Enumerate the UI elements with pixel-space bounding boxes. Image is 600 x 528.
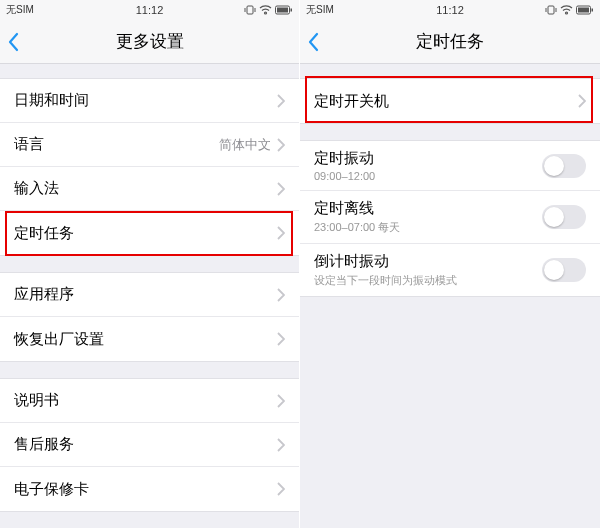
row-apps[interactable]: 应用程序	[0, 273, 299, 317]
row-label: 电子保修卡	[14, 480, 89, 499]
row-ime[interactable]: 输入法	[0, 167, 299, 211]
settings-list[interactable]: 日期和时间 语言 简体中文 输入法 定时任务 应用程序	[0, 64, 299, 528]
back-button[interactable]	[6, 20, 20, 63]
row-scheduled-vibrate[interactable]: 定时振动 09:00–12:00	[300, 141, 600, 191]
toggle-countdown[interactable]	[542, 258, 586, 282]
chevron-right-icon	[277, 438, 285, 452]
screen-scheduled-tasks: 无SIM 11:12 定时任务 定时开关机	[300, 0, 600, 528]
row-language[interactable]: 语言 简体中文	[0, 123, 299, 167]
chevron-right-icon	[277, 288, 285, 302]
row-countdown-vibrate[interactable]: 倒计时振动 设定当下一段时间为振动模式	[300, 244, 600, 296]
chevron-right-icon	[277, 482, 285, 496]
row-scheduled-offline[interactable]: 定时离线 23:00–07:00 每天	[300, 191, 600, 244]
row-label: 应用程序	[14, 285, 74, 304]
status-time: 11:12	[300, 4, 600, 16]
status-bar: 无SIM 11:12	[300, 0, 600, 20]
row-label: 日期和时间	[14, 91, 89, 110]
row-warranty[interactable]: 电子保修卡	[0, 467, 299, 511]
back-button[interactable]	[306, 20, 320, 63]
row-subtitle: 设定当下一段时间为振动模式	[314, 273, 457, 288]
status-bar: 无SIM 11:12	[0, 0, 299, 20]
chevron-right-icon	[277, 332, 285, 346]
row-label: 定时开关机	[314, 92, 389, 111]
status-time: 11:12	[0, 4, 299, 16]
row-aftersale[interactable]: 售后服务	[0, 423, 299, 467]
row-factory-reset[interactable]: 恢复出厂设置	[0, 317, 299, 361]
row-label: 定时任务	[14, 224, 74, 243]
row-label: 说明书	[14, 391, 59, 410]
page-title: 定时任务	[416, 30, 484, 53]
chevron-right-icon	[277, 226, 285, 240]
row-scheduled-power[interactable]: 定时开关机	[300, 79, 600, 123]
page-title: 更多设置	[116, 30, 184, 53]
scheduled-list[interactable]: 定时开关机 定时振动 09:00–12:00 定时离线 23:00–07:00 …	[300, 64, 600, 528]
chevron-right-icon	[277, 182, 285, 196]
toggle-offline[interactable]	[542, 205, 586, 229]
chevron-right-icon	[277, 394, 285, 408]
row-label: 倒计时振动	[314, 252, 457, 271]
row-subtitle: 23:00–07:00 每天	[314, 220, 400, 235]
navbar: 定时任务	[300, 20, 600, 64]
chevron-right-icon	[277, 138, 285, 152]
row-value: 简体中文	[219, 136, 271, 154]
navbar: 更多设置	[0, 20, 299, 64]
row-manual[interactable]: 说明书	[0, 379, 299, 423]
row-label: 语言	[14, 135, 44, 154]
row-subtitle: 09:00–12:00	[314, 170, 375, 182]
chevron-right-icon	[277, 94, 285, 108]
row-scheduled-tasks[interactable]: 定时任务	[0, 211, 299, 255]
row-date-time[interactable]: 日期和时间	[0, 79, 299, 123]
screen-more-settings: 无SIM 11:12 更多设置 日期和时间 语言	[0, 0, 300, 528]
row-label: 定时离线	[314, 199, 400, 218]
row-label: 定时振动	[314, 149, 375, 168]
row-label: 售后服务	[14, 435, 74, 454]
row-label: 输入法	[14, 179, 59, 198]
chevron-right-icon	[578, 94, 586, 108]
row-label: 恢复出厂设置	[14, 330, 104, 349]
toggle-vibrate[interactable]	[542, 154, 586, 178]
